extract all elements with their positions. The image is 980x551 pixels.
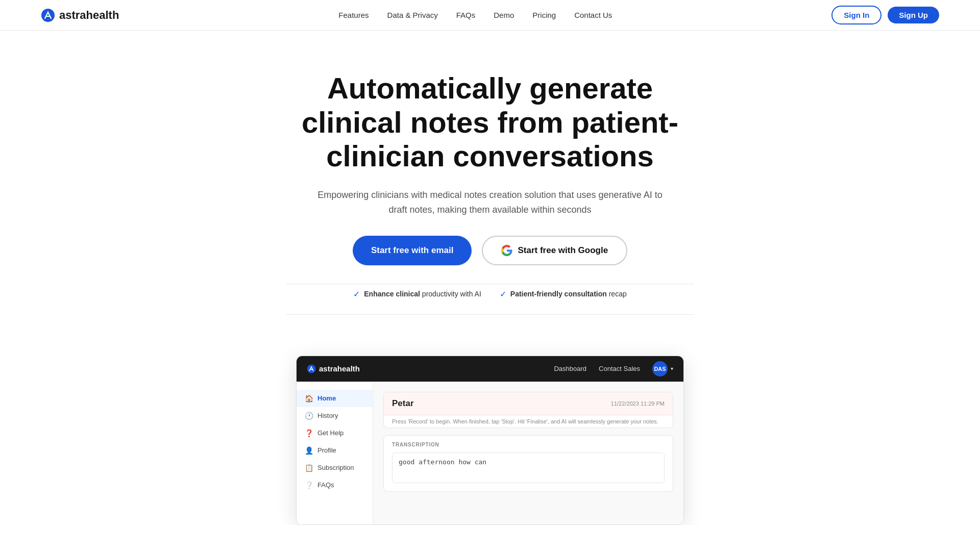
nav-actions: Sign In Sign Up xyxy=(831,6,939,24)
help-icon: ❓ xyxy=(305,429,313,437)
svg-point-1 xyxy=(307,364,316,373)
trust-badges: ✓ Enhance clinical productivity with AI … xyxy=(286,284,694,315)
patient-header: Petar 11/22/2023 11:29 PM xyxy=(384,392,673,415)
nav-faqs[interactable]: FAQs xyxy=(456,11,476,19)
subscription-icon: 📋 xyxy=(305,464,313,472)
transcription-section: TRANSCRIPTION xyxy=(383,435,673,492)
transcription-input[interactable] xyxy=(392,453,665,483)
main-nav: astrahealth Features Data & Privacy FAQs… xyxy=(0,0,980,31)
svg-point-0 xyxy=(41,9,55,22)
app-main: Petar 11/22/2023 11:29 PM Press 'Record'… xyxy=(373,382,683,524)
nav-data-privacy[interactable]: Data & Privacy xyxy=(387,11,438,19)
app-preview: astrahealth Dashboard Contact Sales DAS … xyxy=(296,356,684,525)
app-logo: astrahealth xyxy=(307,364,360,373)
chevron-down-icon: ▾ xyxy=(671,366,673,371)
profile-icon: 👤 xyxy=(305,446,313,455)
patient-hint: Press 'Record' to begin. When finished, … xyxy=(384,415,673,428)
app-nav-right: DAS ▾ xyxy=(652,361,673,377)
logo-text: astrahealth xyxy=(59,9,119,22)
sidebar-item-get-help[interactable]: ❓ Get Help xyxy=(297,424,373,442)
app-body: 🏠 Home 🕐 History ❓ Get Help 👤 Profile 📋 xyxy=(297,382,683,524)
app-nav-contact-sales[interactable]: Contact Sales xyxy=(599,365,640,372)
sidebar-item-history[interactable]: 🕐 History xyxy=(297,407,373,424)
app-sidebar: 🏠 Home 🕐 History ❓ Get Help 👤 Profile 📋 xyxy=(297,382,373,524)
app-nav-dashboard[interactable]: Dashboard xyxy=(554,365,586,372)
sidebar-item-label: History xyxy=(317,412,338,419)
app-preview-wrapper: astrahealth Dashboard Contact Sales DAS … xyxy=(0,335,980,525)
hero-subtext: Empowering clinicians with medical notes… xyxy=(316,188,664,217)
hero-section: Automatically generate clinical notes fr… xyxy=(0,31,980,335)
sidebar-item-label: Get Help xyxy=(317,429,344,437)
sidebar-item-label: Home xyxy=(317,394,336,402)
trust-item-2: ✓ Patient-friendly consultation recap xyxy=(500,289,627,299)
start-email-button[interactable]: Start free with email xyxy=(353,236,472,265)
sidebar-item-faqs[interactable]: ❔ FAQs xyxy=(297,477,373,494)
nav-contact[interactable]: Contact Us xyxy=(574,11,612,19)
app-logo-icon-small xyxy=(307,364,316,373)
patient-name: Petar xyxy=(392,398,414,409)
google-icon xyxy=(501,245,512,256)
check-icon-2: ✓ xyxy=(500,289,506,299)
patient-date: 11/22/2023 11:29 PM xyxy=(611,400,665,407)
check-icon-1: ✓ xyxy=(353,289,360,299)
start-google-button[interactable]: Start free with Google xyxy=(482,236,627,265)
nav-demo[interactable]: Demo xyxy=(494,11,514,19)
sidebar-item-profile[interactable]: 👤 Profile xyxy=(297,442,373,459)
app-nav: astrahealth Dashboard Contact Sales DAS … xyxy=(297,356,683,382)
sign-up-button[interactable]: Sign Up xyxy=(888,7,939,23)
history-icon: 🕐 xyxy=(305,412,313,420)
transcription-label: TRANSCRIPTION xyxy=(392,442,665,447)
nav-links: Features Data & Privacy FAQs Demo Pricin… xyxy=(338,11,612,19)
faqs-icon: ❔ xyxy=(305,481,313,489)
hero-headline: Automatically generate clinical notes fr… xyxy=(281,71,699,173)
nav-logo[interactable]: astrahealth xyxy=(41,8,119,22)
sign-in-button[interactable]: Sign In xyxy=(831,6,881,24)
nav-features[interactable]: Features xyxy=(338,11,369,19)
logo-icon xyxy=(41,8,55,22)
home-icon: 🏠 xyxy=(305,394,313,403)
trust-item-1: ✓ Enhance clinical productivity with AI xyxy=(353,289,481,299)
sidebar-item-label: FAQs xyxy=(317,481,334,489)
sidebar-item-home[interactable]: 🏠 Home xyxy=(297,390,373,407)
sidebar-item-subscription[interactable]: 📋 Subscription xyxy=(297,459,373,477)
sidebar-item-label: Profile xyxy=(317,446,336,454)
sidebar-item-label: Subscription xyxy=(317,464,354,471)
app-avatar[interactable]: DAS xyxy=(652,361,668,377)
patient-card: Petar 11/22/2023 11:29 PM Press 'Record'… xyxy=(383,392,673,428)
nav-pricing[interactable]: Pricing xyxy=(532,11,556,19)
hero-buttons: Start free with email Start free with Go… xyxy=(281,236,699,265)
app-nav-links: Dashboard Contact Sales DAS ▾ xyxy=(554,361,673,377)
